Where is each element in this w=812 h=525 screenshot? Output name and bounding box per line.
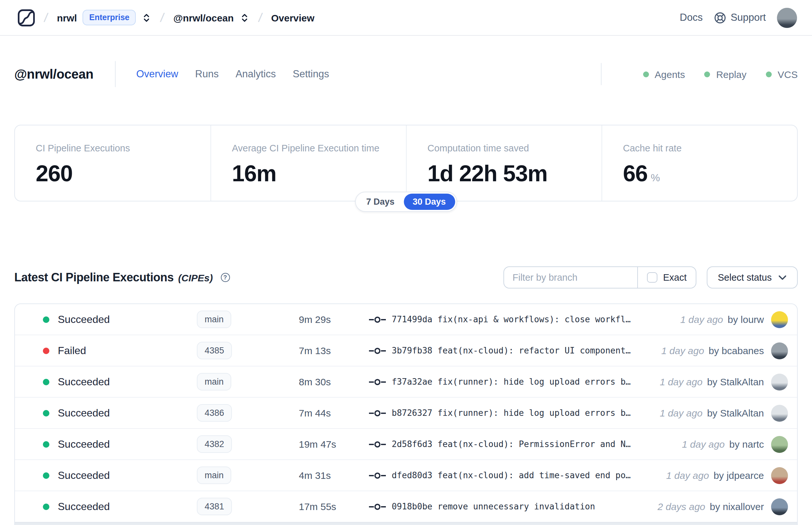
commit-author: by jdpearce	[714, 470, 764, 481]
cipe-section-title: Latest CI Pipeline Executions	[14, 271, 174, 284]
commit-message: feat(nx-cloud): add time-saved end po…	[438, 470, 631, 480]
org-selector[interactable]: nrwl Enterprise	[57, 10, 151, 25]
org-chevron-updown-icon[interactable]	[142, 11, 152, 24]
branch-filter-input[interactable]	[504, 267, 637, 288]
range-option-30-days[interactable]: 30 Days	[404, 194, 455, 210]
status-label: Succeeded	[58, 376, 110, 388]
stat-card-ci-pipeline-executions: CI Pipeline Executions 260	[15, 125, 211, 201]
indicator-vcs[interactable]: VCS	[766, 69, 798, 79]
cipe-row[interactable]: Succeeded 4381 17m 55s 0918b0be remove u…	[15, 491, 797, 522]
commit-message: fix(runner): hide log upload errors b…	[438, 408, 631, 418]
breadcrumb-separator: /	[43, 10, 49, 25]
nx-cloud-logo-icon	[17, 9, 35, 26]
status-label: Succeeded	[58, 438, 110, 450]
commit-message: feat(nx-cloud): PermissionError and N…	[438, 439, 631, 449]
exact-label[interactable]: Exact	[663, 272, 687, 283]
page: / nrwl Enterprise / @nrwl/ocean	[0, 0, 812, 525]
time-ago: 1 day ago	[680, 314, 723, 325]
status-dot	[43, 410, 49, 416]
green-dot-icon	[643, 71, 649, 77]
avatar	[771, 373, 788, 390]
indicator-agents[interactable]: Agents	[643, 69, 685, 79]
tab-analytics[interactable]: Analytics	[235, 68, 276, 80]
user-avatar[interactable]	[777, 7, 797, 28]
workspace-selector[interactable]: @nrwl/ocean	[173, 11, 249, 24]
docs-link[interactable]: Docs	[680, 12, 703, 24]
status-select-dropdown[interactable]: Select status	[707, 266, 798, 288]
help-icon[interactable]: ?	[220, 273, 230, 282]
exact-checkbox[interactable]	[647, 272, 657, 283]
git-commit-icon	[369, 377, 386, 386]
time-ago: 1 day ago	[682, 439, 725, 450]
avatar	[771, 436, 788, 452]
commit-author: by nixallover	[710, 501, 764, 512]
tab-runs[interactable]: Runs	[195, 68, 219, 80]
git-commit-icon	[369, 346, 386, 355]
branch-badge: 4386	[197, 404, 232, 422]
green-dot-icon	[766, 71, 772, 77]
commit-text: 3b79fb38 feat(nx-cloud): refactor UI com…	[392, 346, 631, 356]
org-name[interactable]: nrwl	[57, 12, 77, 23]
avatar	[771, 498, 788, 515]
duration: 17m 55s	[299, 501, 369, 512]
status-dot	[43, 347, 49, 354]
commit-message: fix(nx-api & workflows): close workfl…	[438, 314, 631, 324]
stat-card-average-execution-time: Average CI Pipeline Execution time 16m	[211, 125, 406, 201]
git-commit-icon	[369, 471, 386, 480]
breadcrumb: / nrwl Enterprise / @nrwl/ocean	[17, 9, 315, 26]
branch-badge: main	[197, 466, 232, 484]
status-label: Succeeded	[58, 314, 110, 325]
cipe-row[interactable]: Succeeded 4382 19m 47s 2d58f6d3 feat(nx-…	[15, 429, 797, 460]
range-option-7-days[interactable]: 7 Days	[357, 194, 403, 210]
workspace-name[interactable]: @nrwl/ocean	[173, 12, 234, 23]
life-buoy-icon	[714, 11, 726, 24]
percent-unit: %	[650, 172, 659, 183]
cipe-section-title-suffix: (CIPEs)	[178, 272, 213, 283]
support-link[interactable]: Support	[714, 11, 766, 24]
status-label: Succeeded	[58, 407, 110, 419]
commit-hash: 771499da	[392, 314, 432, 324]
breadcrumb-separator: /	[257, 10, 263, 25]
range-toggle: 7 Days 30 Days	[355, 192, 457, 212]
green-dot-icon	[704, 71, 710, 77]
status-label: Succeeded	[58, 469, 110, 481]
tab-overview[interactable]: Overview	[136, 68, 178, 80]
support-label: Support	[731, 12, 766, 24]
status-dot	[43, 378, 49, 385]
avatar	[771, 342, 788, 359]
cipe-filters: Exact Select status	[503, 266, 798, 288]
cipe-table-body: Succeeded main 9m 29s 771499da fix(nx-ap…	[15, 304, 797, 522]
indicator-replay[interactable]: Replay	[704, 69, 746, 79]
commit-author: by StalkAltan	[707, 376, 764, 387]
enterprise-badge: Enterprise	[83, 10, 136, 25]
commit-hash: b8726327	[392, 408, 432, 418]
status-label: Succeeded	[58, 501, 110, 512]
cipe-row[interactable]: Succeeded main 4m 31s dfed80d3 feat(nx-c…	[15, 460, 797, 491]
commit-text: 0918b0be remove unnecessary invalidation	[392, 501, 595, 511]
branch-filter-group: Exact	[503, 266, 696, 288]
cipe-row[interactable]: Succeeded 4386 7m 44s b8726327 fix(runne…	[15, 397, 797, 429]
workspace-chevron-updown-icon[interactable]	[240, 11, 249, 24]
status-dot	[43, 441, 49, 447]
commit-author: by StalkAltan	[707, 407, 764, 418]
branch-badge: 4381	[197, 498, 232, 515]
table-footer-strip	[15, 522, 797, 525]
commit-text: 771499da fix(nx-api & workflows): close …	[392, 314, 631, 324]
cipe-row[interactable]: Succeeded main 8m 30s f37a32ae fix(runne…	[15, 366, 797, 397]
chevron-down-icon	[778, 274, 787, 280]
tab-settings[interactable]: Settings	[293, 68, 329, 80]
avatar	[771, 467, 788, 484]
git-commit-icon	[369, 315, 386, 324]
commit-hash: f37a32ae	[392, 377, 432, 387]
commit-text: f37a32ae fix(runner): hide log upload er…	[392, 377, 631, 387]
cipe-row[interactable]: Failed 4385 7m 13s 3b79fb38 feat(nx-clou…	[15, 335, 797, 366]
nx-cloud-logo[interactable]	[17, 9, 35, 26]
stat-card-cache-hit-rate: Cache hit rate 66%	[601, 125, 797, 201]
duration: 9m 29s	[299, 314, 369, 325]
status-label: Failed	[58, 345, 86, 356]
commit-message: fix(runner): hide log upload errors b…	[438, 377, 631, 387]
branch-badge: main	[197, 373, 232, 390]
cipe-row[interactable]: Succeeded main 9m 29s 771499da fix(nx-ap…	[15, 304, 797, 335]
git-commit-icon	[369, 408, 386, 418]
divider	[601, 63, 601, 85]
